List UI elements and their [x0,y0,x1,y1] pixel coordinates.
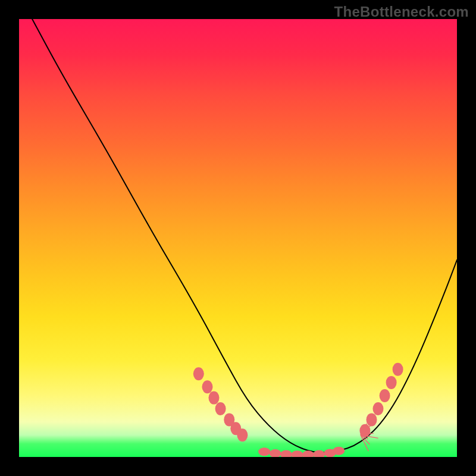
curve-marker [215,402,226,415]
curve-marker [367,413,377,426]
curve-marker [258,447,270,456]
curve-marker [209,392,220,405]
curve-marker [202,380,213,393]
curve-marker [386,376,397,389]
curve-marker [380,389,390,402]
curve-markers [193,363,403,457]
curve-marker [373,402,384,415]
curve-marker [280,450,292,457]
curve-svg [19,19,457,457]
curve-marker [193,367,204,380]
curve-marker [333,447,345,455]
curve-marker [270,449,281,457]
curve-marker [313,450,325,457]
curve-marker [393,363,403,376]
plot-area [19,19,457,457]
curve-marker [237,428,248,441]
curve-marker [359,424,370,437]
chart-frame: TheBottleneck.com [0,0,476,476]
curve-marker [291,450,303,457]
watermark-text: TheBottleneck.com [334,4,469,20]
